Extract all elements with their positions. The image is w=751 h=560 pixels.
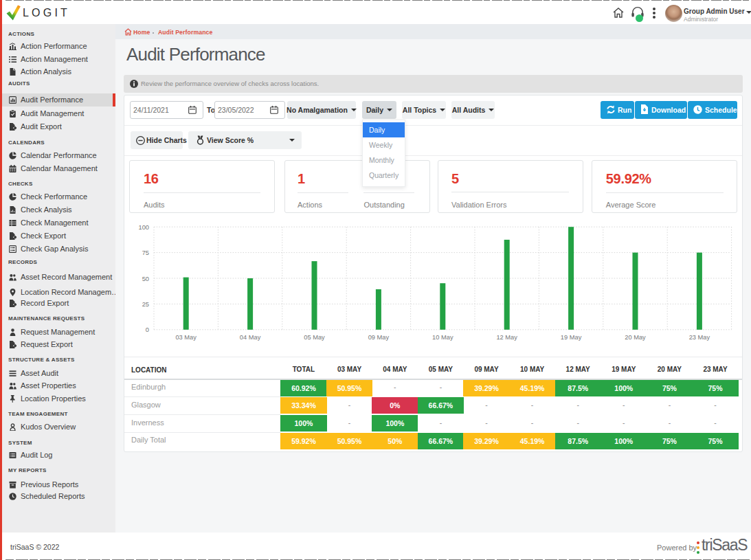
svg-text:10 May: 10 May — [432, 334, 453, 341]
svg-text:03 May: 03 May — [175, 334, 197, 341]
svg-text:0: 0 — [146, 326, 149, 333]
svg-text:100: 100 — [138, 224, 149, 231]
svg-text:25: 25 — [142, 301, 149, 308]
svg-text:75: 75 — [142, 249, 149, 256]
svg-text:19 May: 19 May — [561, 334, 582, 341]
svg-text:12 May: 12 May — [496, 334, 517, 341]
svg-text:05 May: 05 May — [304, 334, 325, 341]
svg-text:09 May: 09 May — [368, 334, 390, 341]
svg-text:20 May: 20 May — [625, 334, 646, 341]
svg-text:23 May: 23 May — [689, 334, 710, 341]
svg-text:50: 50 — [142, 276, 149, 282]
svg-text:04 May: 04 May — [240, 334, 261, 341]
